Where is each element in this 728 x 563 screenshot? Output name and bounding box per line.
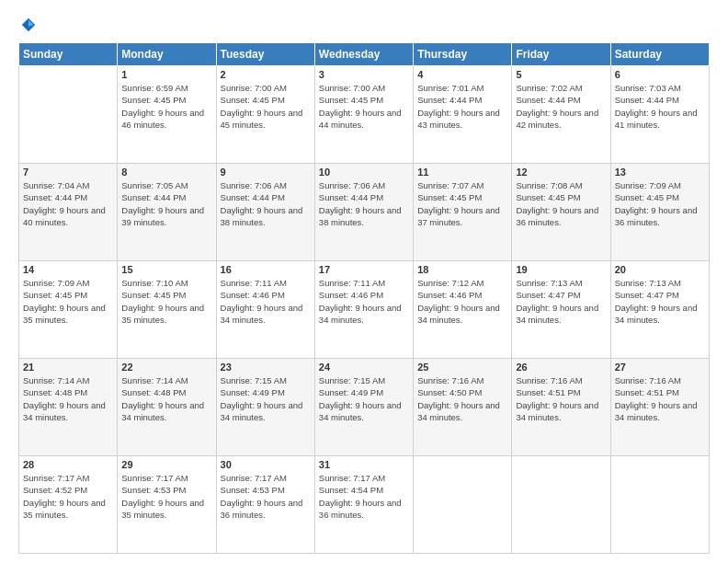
calendar-cell: 27Sunrise: 7:16 AMSunset: 4:51 PMDayligh… bbox=[610, 359, 709, 456]
day-number: 5 bbox=[516, 69, 606, 80]
day-number: 27 bbox=[615, 362, 705, 373]
day-number: 22 bbox=[121, 362, 211, 373]
day-number: 13 bbox=[615, 167, 705, 178]
day-number: 29 bbox=[121, 459, 211, 470]
day-info: Sunrise: 7:01 AMSunset: 4:44 PMDaylight:… bbox=[417, 82, 507, 131]
calendar-cell bbox=[610, 456, 709, 554]
calendar-cell: 22Sunrise: 7:14 AMSunset: 4:48 PMDayligh… bbox=[118, 359, 216, 456]
day-info: Sunrise: 7:09 AMSunset: 4:45 PMDaylight:… bbox=[615, 179, 705, 228]
day-info: Sunrise: 7:06 AMSunset: 4:44 PMDaylight:… bbox=[221, 179, 311, 228]
day-number: 24 bbox=[319, 362, 409, 373]
calendar-cell: 15Sunrise: 7:10 AMSunset: 4:45 PMDayligh… bbox=[118, 261, 216, 359]
day-number: 20 bbox=[615, 264, 705, 275]
day-number: 23 bbox=[221, 362, 311, 373]
day-info: Sunrise: 7:11 AMSunset: 4:46 PMDaylight:… bbox=[319, 277, 409, 326]
calendar-cell: 13Sunrise: 7:09 AMSunset: 4:45 PMDayligh… bbox=[610, 164, 709, 261]
calendar-cell: 3Sunrise: 7:00 AMSunset: 4:45 PMDaylight… bbox=[314, 66, 413, 164]
day-info: Sunrise: 7:12 AMSunset: 4:46 PMDaylight:… bbox=[417, 277, 507, 326]
day-info: Sunrise: 7:17 AMSunset: 4:53 PMDaylight:… bbox=[221, 472, 311, 521]
weekday-header: Tuesday bbox=[216, 43, 314, 66]
day-number: 30 bbox=[221, 459, 311, 470]
calendar-cell bbox=[512, 456, 610, 554]
day-info: Sunrise: 7:15 AMSunset: 4:49 PMDaylight:… bbox=[221, 374, 311, 423]
day-number: 31 bbox=[319, 459, 409, 470]
day-number: 18 bbox=[417, 264, 507, 275]
calendar-week-row: 21Sunrise: 7:14 AMSunset: 4:48 PMDayligh… bbox=[19, 359, 710, 456]
calendar-week-row: 28Sunrise: 7:17 AMSunset: 4:52 PMDayligh… bbox=[19, 456, 710, 554]
day-info: Sunrise: 6:59 AMSunset: 4:45 PMDaylight:… bbox=[121, 82, 211, 131]
calendar-cell: 1Sunrise: 6:59 AMSunset: 4:45 PMDaylight… bbox=[118, 66, 216, 164]
day-info: Sunrise: 7:11 AMSunset: 4:46 PMDaylight:… bbox=[221, 277, 311, 326]
day-info: Sunrise: 7:16 AMSunset: 4:51 PMDaylight:… bbox=[516, 374, 606, 423]
weekday-header-row: SundayMondayTuesdayWednesdayThursdayFrid… bbox=[19, 43, 710, 66]
calendar: SundayMondayTuesdayWednesdayThursdayFrid… bbox=[18, 42, 710, 554]
day-info: Sunrise: 7:02 AMSunset: 4:44 PMDaylight:… bbox=[516, 82, 606, 131]
logo bbox=[18, 17, 37, 33]
day-info: Sunrise: 7:09 AMSunset: 4:45 PMDaylight:… bbox=[23, 277, 113, 326]
calendar-cell: 30Sunrise: 7:17 AMSunset: 4:53 PMDayligh… bbox=[216, 456, 314, 554]
day-info: Sunrise: 7:14 AMSunset: 4:48 PMDaylight:… bbox=[121, 374, 211, 423]
day-number: 19 bbox=[516, 264, 606, 275]
day-number: 12 bbox=[516, 167, 606, 178]
calendar-cell bbox=[19, 66, 118, 164]
calendar-week-row: 1Sunrise: 6:59 AMSunset: 4:45 PMDaylight… bbox=[19, 66, 710, 164]
weekday-header: Friday bbox=[512, 43, 610, 66]
calendar-week-row: 14Sunrise: 7:09 AMSunset: 4:45 PMDayligh… bbox=[19, 261, 710, 359]
day-info: Sunrise: 7:06 AMSunset: 4:44 PMDaylight:… bbox=[319, 179, 409, 228]
calendar-cell: 11Sunrise: 7:07 AMSunset: 4:45 PMDayligh… bbox=[414, 164, 512, 261]
day-number: 17 bbox=[319, 264, 409, 275]
calendar-cell: 5Sunrise: 7:02 AMSunset: 4:44 PMDaylight… bbox=[512, 66, 610, 164]
day-info: Sunrise: 7:17 AMSunset: 4:53 PMDaylight:… bbox=[121, 472, 211, 521]
header bbox=[18, 17, 710, 33]
day-number: 26 bbox=[516, 362, 606, 373]
day-info: Sunrise: 7:15 AMSunset: 4:49 PMDaylight:… bbox=[319, 374, 409, 423]
calendar-cell bbox=[414, 456, 512, 554]
weekday-header: Thursday bbox=[414, 43, 512, 66]
day-number: 16 bbox=[221, 264, 311, 275]
day-number: 3 bbox=[319, 69, 409, 80]
calendar-cell: 21Sunrise: 7:14 AMSunset: 4:48 PMDayligh… bbox=[19, 359, 118, 456]
calendar-cell: 29Sunrise: 7:17 AMSunset: 4:53 PMDayligh… bbox=[118, 456, 216, 554]
weekday-header: Sunday bbox=[19, 43, 118, 66]
day-info: Sunrise: 7:10 AMSunset: 4:45 PMDaylight:… bbox=[121, 277, 211, 326]
day-number: 10 bbox=[319, 167, 409, 178]
day-info: Sunrise: 7:07 AMSunset: 4:45 PMDaylight:… bbox=[417, 179, 507, 228]
calendar-cell: 20Sunrise: 7:13 AMSunset: 4:47 PMDayligh… bbox=[610, 261, 709, 359]
weekday-header: Saturday bbox=[610, 43, 709, 66]
day-number: 25 bbox=[417, 362, 507, 373]
calendar-cell: 26Sunrise: 7:16 AMSunset: 4:51 PMDayligh… bbox=[512, 359, 610, 456]
weekday-header: Monday bbox=[118, 43, 216, 66]
page: SundayMondayTuesdayWednesdayThursdayFrid… bbox=[0, 0, 728, 563]
calendar-cell: 8Sunrise: 7:05 AMSunset: 4:44 PMDaylight… bbox=[118, 164, 216, 261]
calendar-cell: 19Sunrise: 7:13 AMSunset: 4:47 PMDayligh… bbox=[512, 261, 610, 359]
day-info: Sunrise: 7:13 AMSunset: 4:47 PMDaylight:… bbox=[615, 277, 705, 326]
day-info: Sunrise: 7:00 AMSunset: 4:45 PMDaylight:… bbox=[221, 82, 311, 131]
day-info: Sunrise: 7:03 AMSunset: 4:44 PMDaylight:… bbox=[615, 82, 705, 131]
calendar-cell: 28Sunrise: 7:17 AMSunset: 4:52 PMDayligh… bbox=[19, 456, 118, 554]
calendar-cell: 31Sunrise: 7:17 AMSunset: 4:54 PMDayligh… bbox=[314, 456, 413, 554]
day-info: Sunrise: 7:17 AMSunset: 4:52 PMDaylight:… bbox=[23, 472, 113, 521]
calendar-cell: 17Sunrise: 7:11 AMSunset: 4:46 PMDayligh… bbox=[314, 261, 413, 359]
day-info: Sunrise: 7:16 AMSunset: 4:50 PMDaylight:… bbox=[417, 374, 507, 423]
calendar-cell: 18Sunrise: 7:12 AMSunset: 4:46 PMDayligh… bbox=[414, 261, 512, 359]
day-number: 6 bbox=[615, 69, 705, 80]
calendar-cell: 2Sunrise: 7:00 AMSunset: 4:45 PMDaylight… bbox=[216, 66, 314, 164]
calendar-week-row: 7Sunrise: 7:04 AMSunset: 4:44 PMDaylight… bbox=[19, 164, 710, 261]
calendar-cell: 4Sunrise: 7:01 AMSunset: 4:44 PMDaylight… bbox=[414, 66, 512, 164]
day-info: Sunrise: 7:00 AMSunset: 4:45 PMDaylight:… bbox=[319, 82, 409, 131]
day-number: 2 bbox=[221, 69, 311, 80]
day-info: Sunrise: 7:14 AMSunset: 4:48 PMDaylight:… bbox=[23, 374, 113, 423]
calendar-cell: 25Sunrise: 7:16 AMSunset: 4:50 PMDayligh… bbox=[414, 359, 512, 456]
logo-text bbox=[18, 17, 37, 33]
calendar-cell: 6Sunrise: 7:03 AMSunset: 4:44 PMDaylight… bbox=[610, 66, 709, 164]
day-number: 28 bbox=[23, 459, 113, 470]
calendar-cell: 14Sunrise: 7:09 AMSunset: 4:45 PMDayligh… bbox=[19, 261, 118, 359]
calendar-cell: 16Sunrise: 7:11 AMSunset: 4:46 PMDayligh… bbox=[216, 261, 314, 359]
calendar-cell: 24Sunrise: 7:15 AMSunset: 4:49 PMDayligh… bbox=[314, 359, 413, 456]
calendar-cell: 12Sunrise: 7:08 AMSunset: 4:45 PMDayligh… bbox=[512, 164, 610, 261]
day-number: 4 bbox=[417, 69, 507, 80]
day-number: 8 bbox=[121, 167, 211, 178]
day-info: Sunrise: 7:13 AMSunset: 4:47 PMDaylight:… bbox=[516, 277, 606, 326]
day-number: 15 bbox=[121, 264, 211, 275]
day-number: 7 bbox=[23, 167, 113, 178]
